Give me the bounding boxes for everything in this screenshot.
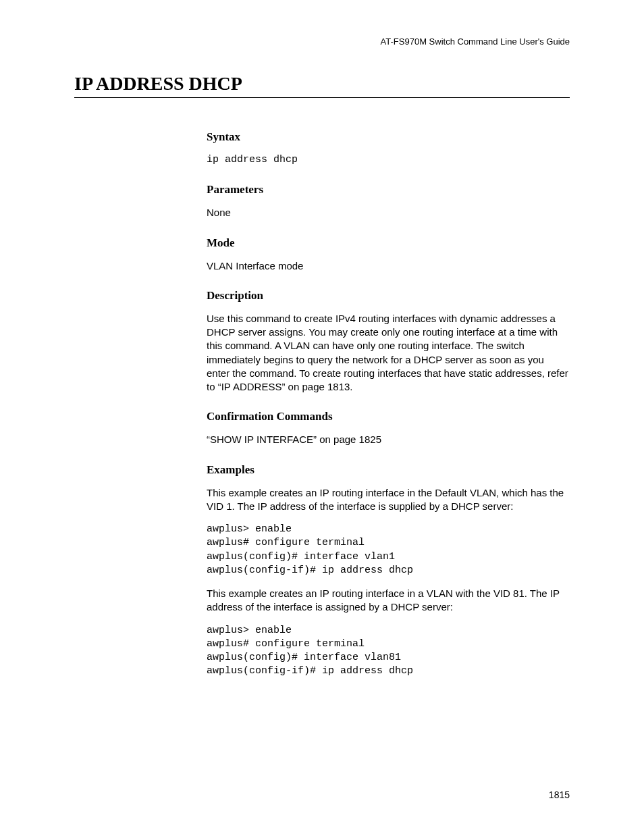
example1-code: awplus> enable awplus# configure termina… — [207, 523, 570, 577]
body-column: Syntax ip address dhcp Parameters None M… — [207, 130, 570, 679]
content-area: IP ADDRESS DHCP Syntax ip address dhcp P… — [74, 73, 570, 679]
mode-heading: Mode — [207, 236, 570, 250]
example1-intro: This example creates an IP routing inter… — [207, 486, 570, 514]
description-text: Use this command to create IPv4 routing … — [207, 312, 570, 394]
page-title: IP ADDRESS DHCP — [74, 73, 570, 98]
description-heading: Description — [207, 289, 570, 303]
parameters-text: None — [207, 206, 570, 219]
examples-heading: Examples — [207, 463, 570, 477]
confirmation-text: “SHOW IP INTERFACE” on page 1825 — [207, 433, 570, 446]
confirmation-heading: Confirmation Commands — [207, 410, 570, 423]
mode-text: VLAN Interface mode — [207, 259, 570, 273]
doc-header-title: AT-FS970M Switch Command Line User's Gui… — [381, 36, 570, 47]
page-container: AT-FS970M Switch Command Line User's Gui… — [0, 0, 644, 834]
syntax-code: ip address dhcp — [207, 153, 570, 167]
parameters-heading: Parameters — [207, 183, 570, 197]
example2-intro: This example creates an IP routing inter… — [207, 587, 570, 615]
page-number: 1815 — [549, 789, 570, 800]
syntax-heading: Syntax — [207, 130, 570, 144]
example2-code: awplus> enable awplus# configure termina… — [207, 624, 570, 679]
